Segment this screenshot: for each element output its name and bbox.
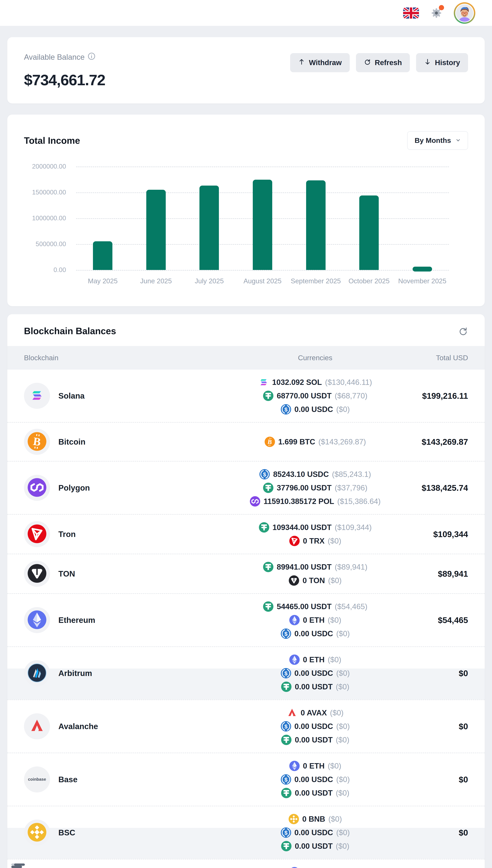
chart-x-axis: May 2025June 2025July 2025August 2025Sep…	[76, 277, 468, 285]
ethereum-icon	[289, 867, 300, 868]
history-button-label: History	[435, 58, 460, 67]
currency-amount: 68770.00 USDT	[277, 392, 331, 400]
column-header-blockchain: Blockchain	[24, 354, 239, 362]
currency-amount: 0 ETH	[303, 616, 325, 625]
table-row-base: coinbaseBase 0 ETH($0) $0.00 USDC($0) 0.…	[7, 753, 485, 806]
currencies-cell: 0 AVAX($0) $0.00 USDC($0) 0.00 USDT($0)	[239, 706, 392, 747]
tether-icon	[263, 390, 274, 401]
income-bar-chart: 2000000.001500000.001000000.00500000.000…	[24, 166, 468, 270]
refresh-button[interactable]: Refresh	[356, 53, 410, 72]
currency-usd-value: ($0)	[336, 736, 349, 744]
table-row-tron: Tron 109344.00 USDT($109,344) 0 TRX($0)$…	[7, 515, 485, 554]
currency-usd-value: ($0)	[330, 708, 343, 717]
total-income-card: Total Income By Months 2000000.001500000…	[7, 114, 485, 306]
history-button[interactable]: History	[416, 53, 468, 72]
svg-text:$: $	[285, 830, 288, 836]
currency-amount: 0.00 USDT	[295, 682, 333, 691]
currency-amount: 0 TON	[302, 576, 325, 585]
total-usd-cell: $199,216.11	[392, 391, 468, 401]
currency-amount: 54465.00 USDT	[277, 602, 331, 611]
y-axis-tick-label: 500000.00	[35, 240, 66, 248]
bar-october-2025	[359, 195, 379, 270]
withdraw-button[interactable]: Withdraw	[290, 53, 350, 72]
table-row-bitcoin: B Bitcoin B 1.699 BTC($143,269.87)$143,2…	[7, 423, 485, 462]
currency-amount: 115910.385172 POL	[264, 497, 334, 506]
currencies-cell: 0 ETH($0) $0.00 USDC($0) 0.00 USDT($0)	[239, 653, 392, 693]
currency-usd-value: ($0)	[328, 655, 341, 664]
base-icon: coinbase	[24, 766, 50, 793]
currency-amount: 0 ETH	[303, 655, 325, 664]
blockchain-name: Arbitrum	[58, 668, 92, 678]
total-usd-value: $54,465	[438, 615, 468, 625]
currency-amount: 1032.092 SOL	[272, 378, 322, 387]
currency-usd-value: ($0)	[328, 576, 342, 585]
settings-gear-icon[interactable]	[430, 7, 443, 19]
period-select[interactable]: By Months	[407, 131, 468, 150]
ethereum-icon	[27, 610, 47, 630]
available-balance-amount: $734,661.72	[24, 71, 105, 89]
currency-line: $85243.10 USDC($85,243.1)	[239, 468, 392, 481]
currency-amount: 37796.00 USDT	[277, 483, 331, 492]
tether-icon	[281, 841, 292, 851]
blockchain-name: Ethereum	[58, 615, 95, 625]
y-axis-tick-label: 2000000.00	[32, 163, 66, 170]
y-axis-tick-label: 1000000.00	[32, 215, 66, 222]
currency-usd-value: ($0)	[328, 815, 342, 823]
total-usd-cell: $143,269.87	[392, 437, 468, 447]
bar-may-2025	[93, 241, 113, 270]
language-flag-uk-icon[interactable]	[403, 7, 419, 19]
avalanche-icon	[29, 718, 45, 735]
currency-line: 0 AVAX($0)	[239, 706, 392, 719]
currencies-cell: B 1.699 BTC($143,269.87)	[239, 435, 392, 449]
table-header-row: Blockchain Currencies Total USD	[7, 346, 485, 370]
currency-amount: 0 TRX	[303, 536, 325, 545]
bnb-icon	[27, 822, 47, 843]
bitcoin-blockchain-icon: B	[24, 429, 50, 455]
svg-text:$: $	[285, 724, 288, 730]
blockchain-cell: Tron	[24, 521, 239, 547]
currency-usd-value: ($109,344)	[335, 523, 372, 532]
usdc-icon: $	[280, 668, 291, 679]
total-usd-value: $138,425.74	[422, 483, 468, 493]
column-header-currencies: Currencies	[239, 354, 392, 362]
x-axis-label: June 2025	[129, 277, 183, 285]
bnb-icon	[288, 814, 299, 824]
total-usd-value: $143,269.87	[422, 437, 468, 447]
table-row-arbitrum: Arbitrum 0 ETH($0) $0.00 USDC($0) 0.00 U…	[7, 647, 485, 700]
total-usd-value: $109,344	[433, 530, 468, 539]
currencies-cell: $85243.10 USDC($85,243.1) 37796.00 USDT(…	[239, 468, 392, 508]
currencies-cell: 89941.00 USDT($89,941) 0 TON($0)	[239, 560, 392, 587]
tether-icon	[263, 482, 274, 493]
currency-amount: 89941.00 USDT	[277, 563, 331, 571]
table-refresh-icon[interactable]	[458, 326, 468, 336]
currency-line: $0.00 USDC($0)	[239, 773, 392, 786]
total-usd-cell: $89,941	[392, 569, 468, 579]
tron-blockchain-icon	[24, 521, 50, 547]
currency-line: 109344.00 USDT($109,344)	[239, 521, 392, 534]
polygon-icon	[27, 478, 47, 498]
blockchain-name: Bitcoin	[58, 437, 85, 447]
blockchain-cell: coinbaseBase	[24, 766, 239, 792]
solana-blockchain-icon	[24, 383, 50, 409]
ethereum-icon	[289, 654, 300, 665]
currencies-cell: 0 ETH($0) $0.00 USDC($0) 0.00 USDT($0)	[239, 865, 392, 868]
usdc-icon: $	[280, 774, 291, 785]
currency-line: 115910.385172 POL($15,386.64)	[239, 495, 392, 508]
info-icon[interactable]	[88, 52, 95, 62]
usdc-icon: $	[259, 469, 270, 480]
blockchain-cell: Ethereum	[24, 607, 239, 633]
currency-line: 0 ETH($0)	[239, 759, 392, 773]
currency-line: 0 TON($0)	[239, 574, 392, 587]
currency-amount: 0 ETH	[303, 762, 325, 770]
avatar[interactable]	[454, 2, 475, 24]
solana-icon	[29, 388, 45, 404]
currency-usd-value: ($143,269.87)	[318, 438, 366, 446]
blockchain-name: BSC	[58, 828, 75, 837]
top-bar	[0, 0, 492, 26]
currency-line: $0.00 USDC($0)	[239, 719, 392, 733]
currency-usd-value: ($54,465)	[335, 602, 367, 611]
ton-icon	[289, 575, 299, 586]
currency-line: $0.00 USDC($0)	[239, 627, 392, 640]
currencies-cell: 0 ETH($0) $0.00 USDC($0) 0.00 USDT($0)	[239, 759, 392, 800]
blockchain-name: Base	[58, 775, 77, 784]
